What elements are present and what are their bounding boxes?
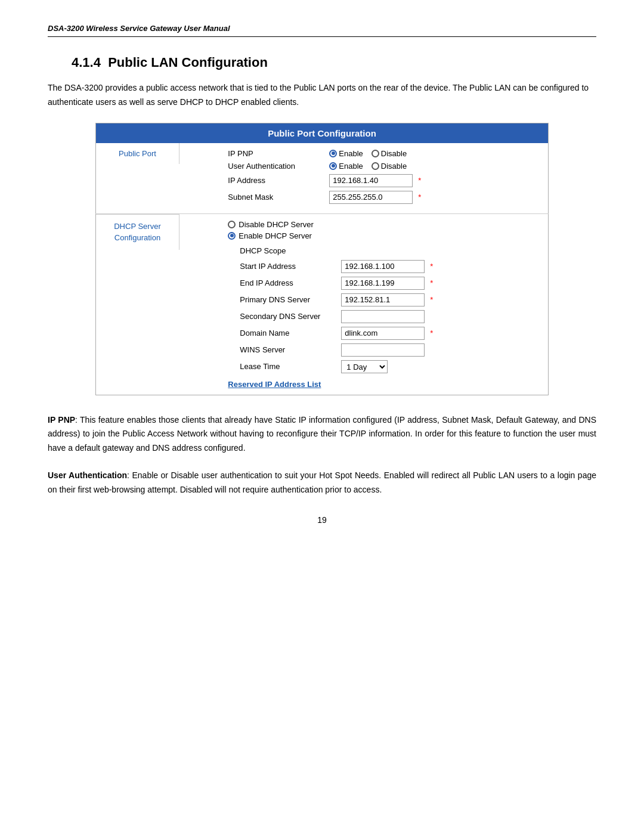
primary-dns-label: Primary DNS Server [240,295,341,304]
ip-pnp-bold: IP PNP [48,415,75,425]
end-ip-value: * [341,277,433,290]
enable-dhcp-radio[interactable] [228,232,236,240]
secondary-dns-label: Secondary DNS Server [240,312,341,321]
dhcp-server-label: DHCP Server Configuration [114,221,161,244]
dhcp-options: Disable DHCP Server Enable DHCP Server [228,220,540,240]
page-number: 19 [48,515,596,525]
ip-pnp-label: IP PNP [228,149,329,158]
start-ip-required: * [430,262,433,271]
user-auth-paragraph: User Authentication: Enable or Disable u… [48,469,596,497]
doc-title: DSA-3200 Wireless Service Gateway User M… [48,24,230,33]
ip-pnp-row: IP PNP Enable Disable [228,149,540,158]
subnet-mask-label: Subnet Mask [228,193,329,202]
primary-dns-value: * [341,293,433,306]
subnet-mask-value: * [329,191,421,204]
end-ip-input[interactable] [341,277,425,290]
start-ip-input[interactable] [341,260,425,273]
ip-pnp-disable-label: Disable [381,149,407,158]
user-auth-enable-label: Enable [339,162,363,171]
enable-dhcp-row[interactable]: Enable DHCP Server [228,231,540,240]
ip-pnp-enable-label: Enable [339,149,363,158]
section-title: 4.1.4 Public LAN Configuration [72,55,596,70]
domain-name-row: Domain Name * [240,327,540,340]
lease-time-value: 1 Day 2 Days 7 Days 30 Days [341,360,388,373]
user-auth-row: User Authentication Enable Disable [228,162,540,171]
dhcp-server-row: DHCP Server Configuration Disable DHCP S… [96,213,549,395]
primary-dns-row: Primary DNS Server * [240,293,540,306]
secondary-dns-input[interactable] [341,310,425,323]
end-ip-label: End IP Address [240,278,341,287]
start-ip-row: Start IP Address * [240,260,540,273]
disable-dhcp-row[interactable]: Disable DHCP Server [228,220,540,229]
secondary-dns-value [341,310,425,323]
ip-address-input[interactable] [329,174,413,187]
user-auth-disable[interactable]: Disable [371,162,407,171]
ip-pnp-disable-radio[interactable] [371,150,379,157]
end-ip-row: End IP Address * [240,277,540,290]
end-ip-required: * [430,278,433,287]
ip-pnp-radio-group[interactable]: Enable Disable [329,149,407,158]
domain-name-value: * [341,327,433,340]
user-auth-disable-radio[interactable] [371,162,379,170]
domain-name-required: * [430,329,433,337]
user-auth-radio-group[interactable]: Enable Disable [329,162,407,171]
primary-dns-required: * [430,295,433,304]
user-auth-text: : Enable or Disable user authentication … [48,470,596,494]
domain-name-input[interactable] [341,327,425,340]
config-table-header: Public Port Configuration [96,123,549,143]
user-auth-enable-radio[interactable] [329,162,337,170]
ip-pnp-text: : This feature enables those clients tha… [48,415,596,453]
secondary-dns-row: Secondary DNS Server [240,310,540,323]
public-port-row: Public Port IP PNP Enable Disable [96,143,549,214]
user-auth-bold: User Authentication [48,470,127,480]
user-auth-disable-label: Disable [381,162,407,171]
ip-pnp-disable[interactable]: Disable [371,149,407,158]
reserved-ip-container: Reserved IP Address List [228,379,540,389]
public-port-label: Public Port [119,149,156,158]
ip-address-row: IP Address * [228,174,540,187]
start-ip-label: Start IP Address [240,262,341,271]
ip-address-required: * [418,176,421,185]
domain-name-label: Domain Name [240,329,341,337]
lease-time-select[interactable]: 1 Day 2 Days 7 Days 30 Days [341,360,388,373]
config-table: Public Port Configuration Public Port IP… [95,123,549,395]
wins-server-row: WINS Server [240,343,540,357]
enable-dhcp-label: Enable DHCP Server [239,231,312,240]
wins-server-input[interactable] [341,343,425,357]
intro-paragraph: The DSA-3200 provides a public access ne… [48,81,596,110]
dhcp-scope-fields: Start IP Address * End IP Address * [240,260,540,373]
primary-dns-input[interactable] [341,293,425,306]
user-auth-enable[interactable]: Enable [329,162,363,171]
wins-server-label: WINS Server [240,345,341,354]
ip-pnp-enable-radio[interactable] [329,150,337,157]
ip-address-label: IP Address [228,176,329,185]
wins-server-value [341,343,425,357]
lease-time-label: Lease Time [240,362,341,371]
disable-dhcp-label: Disable DHCP Server [239,220,313,229]
lease-time-row: Lease Time 1 Day 2 Days 7 Days 30 Days [240,360,540,373]
subnet-mask-row: Subnet Mask * [228,191,540,204]
subnet-mask-required: * [418,193,421,202]
reserved-ip-link[interactable]: Reserved IP Address List [228,380,321,389]
disable-dhcp-radio[interactable] [228,221,236,228]
ip-address-value: * [329,174,421,187]
ip-pnp-paragraph: IP PNP: This feature enables those clien… [48,413,596,456]
start-ip-value: * [341,260,433,273]
subnet-mask-input[interactable] [329,191,413,204]
doc-header: DSA-3200 Wireless Service Gateway User M… [48,24,596,37]
dhcp-scope-label: DHCP Scope [240,246,540,255]
user-auth-label: User Authentication [228,162,329,171]
ip-pnp-enable[interactable]: Enable [329,149,363,158]
